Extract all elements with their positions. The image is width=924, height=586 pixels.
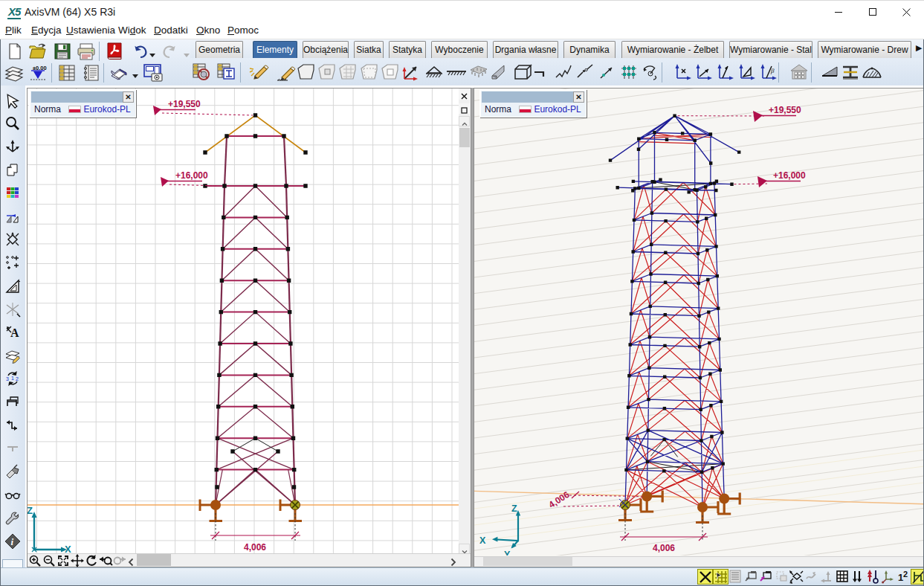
svg-text:i: i (11, 536, 14, 547)
svg-text:+16,000: +16,000 (773, 170, 806, 181)
svg-text:+19,550: +19,550 (168, 99, 201, 109)
svg-text:1: 1 (11, 376, 14, 381)
svg-text:+16,000: +16,000 (175, 170, 208, 181)
svg-text:2: 2 (903, 570, 908, 579)
svg-text:β: β (770, 67, 775, 74)
svg-text:3: 3 (6, 376, 9, 381)
svg-text:Z: Z (511, 503, 517, 514)
svg-text:4,006: 4,006 (653, 543, 675, 553)
svg-text:+19,550: +19,550 (769, 105, 801, 115)
svg-text:X: X (479, 535, 486, 546)
svg-text:Z: Z (28, 505, 33, 516)
svg-text:Y: Y (504, 550, 511, 556)
svg-text:±0.00: ±0.00 (33, 65, 47, 71)
svg-text:X: X (65, 544, 71, 553)
svg-text:2: 2 (16, 376, 19, 381)
svg-text:4,006: 4,006 (244, 542, 266, 553)
svg-text:A: A (10, 326, 19, 339)
